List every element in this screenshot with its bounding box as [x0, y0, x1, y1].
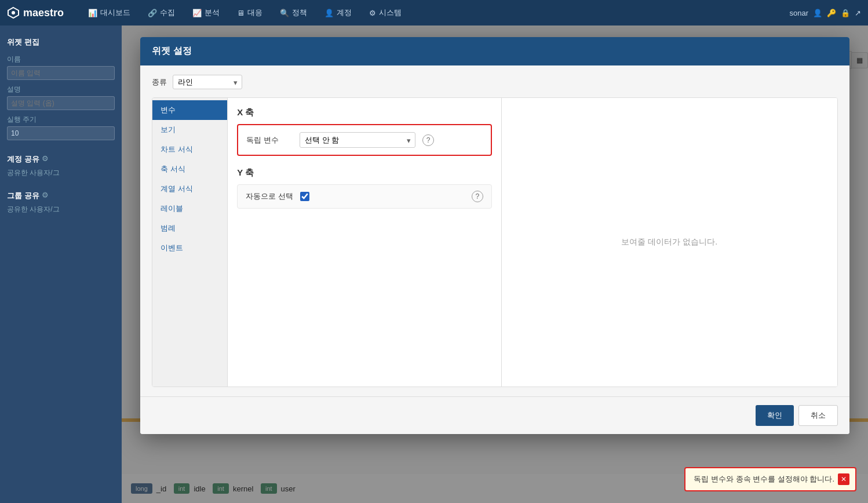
modal-left-nav: 변수 보기 차트 서식 축 서식 계열 서식 레이블 범례 이벤트 — [152, 98, 228, 387]
modal-main-panel: X 축 독립 변수 선택 안 함 ? — [228, 98, 501, 387]
modal-footer: 확인 취소 — [140, 396, 849, 434]
y-axis-section: Y 축 자동으로 선택 ? — [237, 167, 492, 209]
logout-icon: ↗ — [855, 9, 861, 17]
modal-nav-events[interactable]: 이벤트 — [152, 238, 227, 258]
modal-title: 위젯 설정 — [152, 46, 191, 56]
policy-icon: 🔍 — [280, 9, 289, 17]
system-icon: ⚙ — [369, 9, 376, 17]
error-toast: 독립 변수와 종속 변수를 설정해야 합니다. ✕ — [684, 467, 856, 491]
type-select-wrapper: 라인 바 파이 산점도 — [173, 75, 242, 89]
modal: 위젯 설정 종류 라인 바 파이 산점도 — [140, 37, 849, 434]
x-axis-title: X 축 — [237, 107, 492, 118]
modal-nav-axis-format[interactable]: 축 서식 — [152, 159, 227, 179]
top-nav: maestro 📊 대시보드 🔗 수집 📈 분석 🖥 대응 🔍 정책 👤 계정 … — [0, 0, 868, 25]
confirm-button[interactable]: 확인 — [756, 405, 794, 426]
type-select[interactable]: 라인 바 파이 산점도 — [173, 75, 242, 89]
x-axis-variable-row: 독립 변수 선택 안 함 ? — [237, 124, 492, 156]
group-share-value: 공유한 사용자/그 — [7, 205, 115, 214]
modal-nav-legend[interactable]: 범례 — [152, 218, 227, 238]
account-share-gear-icon[interactable]: ⚙ — [42, 154, 49, 163]
toast-close-button[interactable]: ✕ — [838, 473, 849, 485]
type-row: 종류 라인 바 파이 산점도 — [152, 75, 838, 89]
widget-editor-label: 위젯 편집 — [7, 32, 115, 50]
svg-point-1 — [12, 11, 15, 14]
lock-icon: 🔒 — [841, 9, 850, 17]
y-axis-title: Y 축 — [237, 167, 492, 178]
nav-system[interactable]: ⚙ 시스템 — [362, 4, 409, 21]
independent-var-select-wrapper: 선택 안 함 — [300, 132, 415, 148]
auto-select-checkbox[interactable] — [300, 192, 309, 201]
nav-collect[interactable]: 🔗 수집 — [141, 4, 182, 21]
type-label: 종류 — [152, 77, 167, 88]
main-area: 위젯 편집 이름 설명 실행 주기 계정 공유 ⚙ 공유한 사용자/그 그룹 공… — [0, 25, 868, 503]
username: sonar — [789, 9, 808, 17]
modal-overlay: 위젯 설정 종류 라인 바 파이 산점도 — [122, 25, 868, 503]
nav-dashboard[interactable]: 📊 대시보드 — [81, 4, 137, 21]
cycle-input[interactable] — [7, 126, 115, 140]
account-share-label: 계정 공유 — [7, 154, 39, 165]
group-share-label: 그룹 공유 — [7, 191, 39, 201]
app-logo: maestro — [7, 6, 64, 19]
group-share-gear-icon[interactable]: ⚙ — [42, 191, 49, 199]
independent-var-label: 독립 변수 — [246, 135, 293, 145]
nav-items: 📊 대시보드 🔗 수집 📈 분석 🖥 대응 🔍 정책 👤 계정 ⚙ 시스템 — [81, 4, 789, 21]
x-axis-help-icon[interactable]: ? — [422, 134, 434, 146]
modal-body: 종류 라인 바 파이 산점도 — [140, 65, 849, 396]
modal-nav-view[interactable]: 보기 — [152, 120, 227, 140]
dashboard-icon: 📊 — [88, 9, 97, 17]
modal-nav-series-format[interactable]: 계열 서식 — [152, 179, 227, 199]
nav-account[interactable]: 👤 계정 — [318, 4, 359, 21]
modal-nav-variables[interactable]: 변수 — [152, 100, 227, 120]
collect-icon: 🔗 — [148, 9, 157, 17]
modal-header: 위젯 설정 — [140, 37, 849, 65]
modal-nav-chart-format[interactable]: 차트 서식 — [152, 140, 227, 159]
content-area: 내보내기 ▦ long _id int idle int kernel int … — [122, 25, 868, 503]
nav-analysis[interactable]: 📈 분석 — [185, 4, 227, 21]
description-label: 설명 — [7, 85, 115, 94]
app-name: maestro — [23, 7, 64, 19]
independent-var-select[interactable]: 선택 안 함 — [300, 132, 415, 148]
modal-content-layout: 변수 보기 차트 서식 축 서식 계열 서식 레이블 범례 이벤트 — [152, 97, 838, 387]
user-avatar-icon: 👤 — [813, 9, 822, 17]
description-input[interactable] — [7, 96, 115, 110]
cycle-label: 실행 주기 — [7, 115, 115, 125]
y-axis-help-icon[interactable]: ? — [472, 191, 483, 202]
left-sidebar: 위젯 편집 이름 설명 실행 주기 계정 공유 ⚙ 공유한 사용자/그 그룹 공… — [0, 25, 122, 503]
nav-right: sonar 👤 🔑 🔒 ↗ — [789, 9, 861, 17]
preview-panel: 보여줄 데이터가 없습니다. — [501, 98, 837, 387]
auto-select-label: 자동으로 선택 — [246, 191, 293, 202]
nav-policy[interactable]: 🔍 정책 — [273, 4, 314, 21]
name-label: 이름 — [7, 54, 115, 64]
cancel-button[interactable]: 취소 — [798, 405, 838, 426]
account-icon: 👤 — [324, 9, 334, 17]
error-message: 독립 변수와 종속 변수를 설정해야 합니다. — [694, 474, 834, 484]
key-icon: 🔑 — [827, 9, 836, 17]
name-input[interactable] — [7, 66, 115, 80]
modal-nav-labels[interactable]: 레이블 — [152, 199, 227, 218]
account-share-value: 공유한 사용자/그 — [7, 168, 115, 178]
response-icon: 🖥 — [237, 9, 245, 17]
nav-response[interactable]: 🖥 대응 — [230, 4, 269, 21]
logo-icon — [7, 6, 20, 19]
analysis-icon: 📈 — [192, 9, 202, 17]
no-data-text: 보여줄 데이터가 없습니다. — [621, 237, 717, 247]
x-axis-section: X 축 독립 변수 선택 안 함 ? — [237, 107, 492, 156]
y-axis-auto-select-row: 자동으로 선택 ? — [237, 184, 492, 209]
